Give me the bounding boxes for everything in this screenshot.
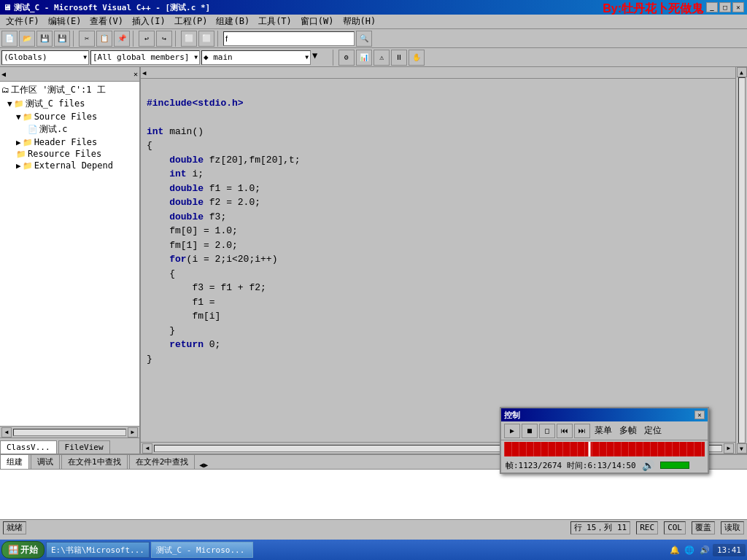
tab-find1[interactable]: 在文件1中查找 bbox=[61, 454, 128, 469]
ctrl-pause-btn[interactable]: □ bbox=[539, 424, 555, 438]
project-expand-icon: ▼ bbox=[7, 99, 12, 109]
tab-scroll-right[interactable]: ▶ bbox=[204, 461, 208, 469]
toolbar-undo[interactable]: ↩ bbox=[139, 31, 155, 47]
ctrl-menu-label[interactable]: 菜单 bbox=[595, 424, 612, 437]
panel-header: ◀ ✕ bbox=[0, 67, 139, 82]
toolbar-btn2[interactable]: ⬜ bbox=[198, 31, 214, 47]
header-folder-icon: 📁 bbox=[23, 138, 33, 147]
toolbar-save[interactable]: 💾 bbox=[36, 31, 53, 47]
menu-build[interactable]: 组建(B) bbox=[212, 15, 254, 28]
scope-combo[interactable]: (Globals) ▼ bbox=[1, 50, 89, 65]
ctrl-locate-label[interactable]: 定位 bbox=[644, 424, 662, 437]
control-title: 控制 bbox=[504, 410, 520, 421]
left-scroll-track[interactable] bbox=[13, 429, 126, 436]
tab-file-view[interactable]: FileView bbox=[58, 440, 110, 454]
taskbar-item-explorer[interactable]: E:\书籍\Microsoft... bbox=[46, 542, 150, 558]
menu-tools[interactable]: 工具(T) bbox=[254, 15, 296, 28]
vscroll-track[interactable] bbox=[738, 77, 746, 443]
volume-bar[interactable] bbox=[660, 462, 689, 469]
editor-vscroll[interactable]: ▲ ▼ bbox=[735, 67, 747, 454]
toolbar2-btn5[interactable]: ✋ bbox=[409, 50, 425, 66]
ctrl-stop-btn[interactable]: ■ bbox=[522, 424, 538, 438]
toolbar-paste[interactable]: 📌 bbox=[114, 31, 130, 47]
vscroll-down-btn[interactable]: ▼ bbox=[737, 443, 747, 454]
status-text: 就绪 bbox=[7, 522, 23, 533]
toolbar2-btn2[interactable]: 📊 bbox=[356, 50, 372, 66]
tab-find1-label: 在文件1中查找 bbox=[68, 457, 121, 467]
left-panel: ◀ ✕ 🗂 工作区 '测试_C':1 工 ▼ 📁 测试_C files ▼ 📁 … bbox=[0, 67, 141, 454]
control-status-bar: 帧:1123/2674 时间:6:13/14:50 🔊 bbox=[501, 458, 708, 472]
toolbar-open[interactable]: 📂 bbox=[19, 31, 35, 47]
menu-project[interactable]: 工程(P) bbox=[170, 15, 212, 28]
toolbar-cut[interactable]: ✂ bbox=[79, 31, 95, 47]
tree-source-files[interactable]: ▼ 📁 Source Files bbox=[1, 111, 138, 122]
func-combo-btn[interactable]: ▼ bbox=[312, 50, 330, 65]
ctrl-multi-label[interactable]: 多帧 bbox=[619, 424, 637, 437]
panel-tabs: ClassV... FileView bbox=[0, 438, 139, 454]
status-text-section: 就绪 bbox=[3, 521, 26, 534]
tab-class-view[interactable]: ClassV... bbox=[0, 440, 57, 454]
resource-files-label: Resource Files bbox=[28, 149, 101, 159]
toolbar2-btn1[interactable]: ⚙ bbox=[338, 50, 355, 66]
status-rec-label: REC bbox=[640, 523, 654, 532]
ctrl-play-btn[interactable]: ▶ bbox=[504, 424, 520, 438]
ctrl-next-btn[interactable]: ⏭ bbox=[574, 424, 590, 438]
control-close-btn[interactable]: ✕ bbox=[694, 411, 705, 419]
ctrl-prev-btn[interactable]: ⏮ bbox=[557, 424, 573, 438]
taskbar-item-vc[interactable]: 测试_C - Microso... bbox=[151, 542, 253, 558]
menu-help[interactable]: 帮助(H) bbox=[338, 15, 381, 28]
toolbar-btn1[interactable]: ⬜ bbox=[181, 31, 197, 47]
tab-build-label: 组建 bbox=[7, 457, 23, 467]
toolbar-copy[interactable]: 📋 bbox=[96, 31, 112, 47]
maximize-button[interactable]: □ bbox=[719, 2, 731, 12]
hscroll-right-btn[interactable]: ▶ bbox=[724, 443, 734, 454]
code-editor[interactable]: #include<stdio.h> int main() { double fz… bbox=[141, 79, 735, 442]
search-input[interactable] bbox=[223, 31, 355, 46]
tree-external-depend[interactable]: ▶ 📁 External Depend bbox=[1, 160, 138, 171]
left-scroll-right[interactable]: ▶ bbox=[128, 427, 138, 438]
tree-project[interactable]: ▼ 📁 测试_C files bbox=[1, 97, 138, 111]
toolbar-save-all[interactable]: 💾 bbox=[54, 31, 70, 47]
external-depend-label: External Depend bbox=[34, 160, 113, 171]
toolbar-redo[interactable]: ↪ bbox=[156, 31, 172, 47]
status-row-col-label: 行 15，列 11 bbox=[574, 522, 627, 533]
status-overwrite-label: 覆盖 bbox=[695, 522, 711, 533]
menu-insert[interactable]: 插入(I) bbox=[128, 15, 170, 28]
window-title: 测试_C - Microsoft Visual C++ - [测试.c *] bbox=[14, 2, 210, 13]
left-scroll-left[interactable]: ◀ bbox=[1, 427, 12, 438]
tree-source-file[interactable]: 📄 测试.c bbox=[1, 122, 138, 136]
tab-find2[interactable]: 在文件2中查找 bbox=[129, 454, 196, 469]
tab-debug[interactable]: 调试 bbox=[31, 454, 60, 469]
code-int: int bbox=[147, 126, 163, 137]
tab-build[interactable]: 组建 bbox=[0, 454, 29, 469]
menu-file[interactable]: 文件(F) bbox=[1, 15, 44, 28]
close-button[interactable]: ✕ bbox=[732, 2, 744, 12]
func-combo[interactable]: ◆ main ▼ bbox=[201, 50, 311, 65]
menu-window[interactable]: 窗口(W) bbox=[296, 15, 338, 28]
status-read: 读取 bbox=[721, 521, 744, 534]
svg-rect-1 bbox=[504, 442, 705, 456]
members-combo[interactable]: [All global members] ▼ bbox=[90, 50, 200, 65]
left-hscroll[interactable]: ◀ ▶ bbox=[0, 426, 139, 438]
frame-info: 帧:1123/2674 时间:6:13/14:50 bbox=[506, 460, 636, 471]
panel-header-close[interactable]: ✕ bbox=[133, 70, 138, 78]
toolbar-new[interactable]: 📄 bbox=[1, 31, 18, 47]
menu-bar: 文件(F) 编辑(E) 查看(V) 插入(I) 工程(P) 组建(B) 工具(T… bbox=[0, 15, 747, 29]
editor-main: ◀ #include<stdio.h> int main() { double … bbox=[141, 67, 735, 454]
toolbar2-btn4[interactable]: ⏸ bbox=[391, 50, 407, 66]
toolbar2-btn3[interactable]: ⚠ bbox=[374, 50, 390, 66]
tree-workspace[interactable]: 🗂 工作区 '测试_C':1 工 bbox=[1, 83, 138, 97]
menu-edit[interactable]: 编辑(E) bbox=[44, 15, 86, 28]
vscroll-up-btn[interactable]: ▲ bbox=[737, 67, 747, 77]
tree-resource-files[interactable]: 📁 Resource Files bbox=[1, 148, 138, 160]
start-button[interactable]: 🪟 开始 bbox=[1, 541, 44, 559]
hscroll-left-btn[interactable]: ◀ bbox=[142, 443, 152, 454]
source-files-label: Source Files bbox=[34, 112, 98, 122]
menu-view[interactable]: 查看(V) bbox=[85, 15, 128, 28]
tab-class-view-label: ClassV... bbox=[7, 443, 50, 452]
source-expand-icon: ▼ bbox=[16, 112, 21, 122]
tree-header-files[interactable]: ▶ 📁 Header Files bbox=[1, 136, 138, 148]
minimize-button[interactable]: _ bbox=[706, 2, 718, 12]
search-button[interactable]: 🔍 bbox=[356, 31, 372, 47]
start-icon: 🪟 bbox=[8, 545, 19, 555]
